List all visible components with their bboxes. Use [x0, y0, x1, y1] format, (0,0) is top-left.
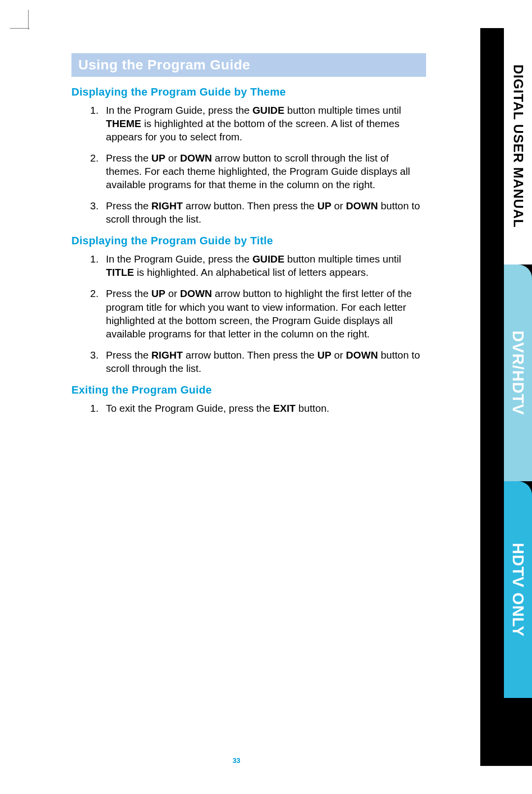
- steps-theme: 1. In the Program Guide, press the GUIDE…: [71, 103, 426, 226]
- step-number: 1.: [90, 401, 99, 415]
- bold-text: UP: [317, 349, 331, 361]
- crop-mark: [10, 28, 30, 29]
- step-number: 3.: [90, 348, 99, 362]
- bold-text: EXIT: [273, 402, 296, 414]
- list-item: 1. To exit the Program Guide, press the …: [106, 401, 426, 415]
- list-item: 2. Press the UP or DOWN arrow button to …: [106, 287, 426, 340]
- step-number: 1.: [90, 252, 99, 265]
- page-content: Using the Program Guide Displaying the P…: [71, 53, 426, 423]
- text: is highlighted at the bottom of the scre…: [106, 118, 399, 142]
- text: Press the: [106, 349, 151, 361]
- text: or: [332, 200, 346, 211]
- bold-text: DOWN: [346, 349, 378, 361]
- list-item: 2. Press the UP or DOWN arrow button to …: [106, 151, 426, 191]
- list-item: 3. Press the RIGHT arrow button. Then pr…: [106, 199, 426, 226]
- text: Press the: [106, 152, 151, 164]
- bold-text: DOWN: [346, 200, 378, 211]
- text: button multiple times until: [284, 104, 401, 116]
- bold-text: TITLE: [106, 266, 134, 278]
- step-number: 2.: [90, 151, 99, 165]
- text: or: [166, 288, 180, 299]
- text: Press the: [106, 288, 151, 299]
- tab-label: HDTV ONLY: [509, 533, 527, 647]
- bold-text: DOWN: [180, 288, 212, 299]
- bold-text: THEME: [106, 118, 141, 129]
- text: button.: [296, 402, 329, 414]
- text: button multiple times until: [284, 253, 401, 265]
- text: or: [332, 349, 346, 361]
- subheading-title: Displaying the Program Guide by Title: [71, 234, 426, 247]
- list-item: 1. In the Program Guide, press the GUIDE…: [106, 103, 426, 143]
- bold-text: RIGHT: [151, 200, 183, 211]
- bold-text: DOWN: [180, 152, 212, 164]
- subheading-theme: Displaying the Program Guide by Theme: [71, 86, 426, 99]
- steps-exit: 1. To exit the Program Guide, press the …: [71, 401, 426, 415]
- text: or: [166, 152, 180, 164]
- step-number: 1.: [90, 103, 99, 117]
- text: is highlighted. An alphabetical list of …: [134, 266, 368, 278]
- list-item: 1. In the Program Guide, press the GUIDE…: [106, 252, 426, 279]
- step-number: 2.: [90, 287, 99, 300]
- text: In the Program Guide, press the: [106, 104, 252, 116]
- subheading-exit: Exiting the Program Guide: [71, 384, 426, 397]
- text: In the Program Guide, press the: [106, 253, 252, 265]
- bold-text: UP: [151, 152, 165, 164]
- section-header: Using the Program Guide: [71, 53, 426, 77]
- bold-text: GUIDE: [252, 104, 284, 116]
- step-number: 3.: [90, 199, 99, 212]
- side-tab-digital-user-manual: DIGITAL USER MANUAL: [504, 28, 532, 265]
- text: arrow button. Then press the: [183, 200, 317, 211]
- text: Press the: [106, 200, 151, 211]
- list-item: 3. Press the RIGHT arrow button. Then pr…: [106, 348, 426, 375]
- bold-text: GUIDE: [252, 253, 284, 265]
- side-tab-dvr-hdtv: DVR/HDTV: [504, 265, 532, 481]
- crop-mark: [28, 10, 29, 30]
- page-number: 33: [0, 757, 473, 764]
- steps-title: 1. In the Program Guide, press the GUIDE…: [71, 252, 426, 374]
- tab-label: DIGITAL USER MANUAL: [510, 55, 526, 238]
- side-tab-hdtv-only: HDTV ONLY: [504, 481, 532, 698]
- text: arrow button. Then press the: [183, 349, 317, 361]
- tab-label: DVR/HDTV: [509, 321, 527, 425]
- text: To exit the Program Guide, press the: [106, 402, 273, 414]
- bold-text: UP: [317, 200, 331, 211]
- bold-text: RIGHT: [151, 349, 183, 361]
- bold-text: UP: [151, 288, 165, 299]
